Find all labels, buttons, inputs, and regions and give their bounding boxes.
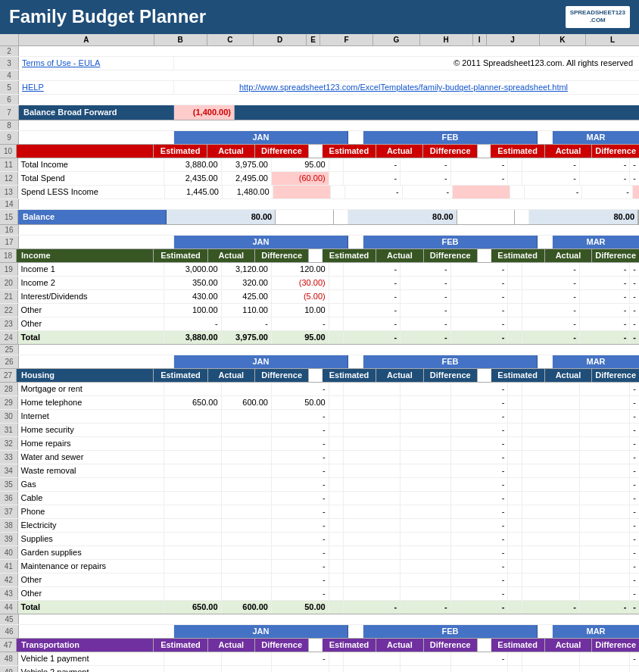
row-num-28: 28 xyxy=(0,383,18,395)
income-total-mar-est: - xyxy=(522,331,580,344)
transport-row-label: Vehicle 2 payment xyxy=(18,666,164,672)
housing-total-feb-est: - xyxy=(344,601,401,614)
row-18: 18 Income Estimated Actual Difference Es… xyxy=(0,249,639,263)
housing-row-act xyxy=(222,451,272,464)
row-num-47: 47 xyxy=(0,639,17,652)
row-num-34: 34 xyxy=(0,464,18,477)
row-num-33: 33 xyxy=(0,451,18,464)
housing-row-diff: - xyxy=(272,560,329,573)
row-39: 39 Supplies - - - xyxy=(0,533,639,546)
row-num-15: 15 xyxy=(0,210,18,224)
housing-rows: 28 Mortgage or rent - - - 29 Home teleph… xyxy=(0,383,639,601)
housing-row-act xyxy=(222,519,272,532)
row-num-16: 16 xyxy=(0,225,19,235)
row-11: 11 Total Income 3,880.00 3,975.00 95.00 … xyxy=(0,158,639,172)
fi-diff: - xyxy=(451,158,509,171)
feb-header: FEB xyxy=(363,131,538,144)
housing-row-est xyxy=(164,464,222,477)
housing-row-diff: - xyxy=(272,424,329,436)
income-row-est: - xyxy=(164,317,222,330)
income-row-diff: (30.00) xyxy=(272,277,329,289)
row-num-46: 46 xyxy=(0,625,19,638)
col-J: J xyxy=(487,34,540,45)
jan-header-transport: JAN xyxy=(174,625,348,638)
terms-link[interactable]: Terms of Use - EULA xyxy=(19,57,174,70)
housing-total-feb-act: - xyxy=(401,601,450,614)
housing-total-diff: 50.00 xyxy=(272,601,329,614)
spend-less-est: 1,445.00 xyxy=(165,186,223,198)
tra-feb-diff-hdr: Difference xyxy=(424,639,478,652)
row-13: 13 Spend LESS Income 1,445.00 1,480.00 -… xyxy=(0,186,639,199)
housing-section-label: Housing xyxy=(17,369,154,382)
housing-row-label: Home repairs xyxy=(18,437,164,450)
income-row-act: 3,120.00 xyxy=(222,263,272,276)
feb-diff-header: Difference xyxy=(423,145,477,158)
housing-row-diff: - xyxy=(272,492,329,505)
row-10: 10 Estimated Actual Difference Estimated… xyxy=(0,145,639,158)
mi-act: - xyxy=(580,158,630,171)
row-num-42: 42 xyxy=(0,574,18,586)
row-num-41: 41 xyxy=(0,560,18,573)
hou-mar-est-hdr: Estimated xyxy=(491,369,545,382)
row-num-24: 24 xyxy=(0,331,18,344)
housing-row-label: Waste removal xyxy=(18,464,164,477)
housing-row-est xyxy=(164,519,222,532)
housing-row-act xyxy=(222,560,272,573)
total-income-label: Total Income xyxy=(18,158,164,171)
income-row-label: Income 2 xyxy=(18,277,164,289)
row-num-20: 20 xyxy=(0,277,18,289)
housing-row-diff: - xyxy=(272,383,329,395)
url-link[interactable]: http://www.spreadsheet123.com/ExcelTempl… xyxy=(174,81,639,94)
income-row-label: Other xyxy=(18,304,164,317)
income-row-diff: 10.00 xyxy=(272,304,329,317)
housing-row-label: Water and sewer xyxy=(18,451,164,464)
housing-row-label: Home telephone xyxy=(18,396,164,409)
jan-diff-header: Difference xyxy=(255,145,309,158)
jan-header: JAN xyxy=(174,131,348,144)
help-link[interactable]: HELP xyxy=(19,81,174,94)
housing-row-act xyxy=(222,383,272,395)
total-spend-label: Total Spend xyxy=(18,172,164,185)
balance-jan: 80.00 xyxy=(167,210,276,224)
balance-forward-value: (1,400.00) xyxy=(174,105,235,120)
mar-diff-header: Difference xyxy=(592,145,639,158)
income-row-diff: (5.00) xyxy=(272,290,329,303)
housing-row-est xyxy=(164,424,222,436)
income-row-diff: 120.00 xyxy=(272,263,329,276)
income-total-label: Total xyxy=(18,331,164,344)
mar-header-housing: MAR xyxy=(553,355,639,368)
housing-row-act xyxy=(222,478,272,491)
housing-total-mar-est: - xyxy=(522,601,580,614)
app-title: Family Budget Planner xyxy=(9,6,206,27)
housing-total-mar-diff: - xyxy=(630,601,639,614)
feb-header-transport: FEB xyxy=(363,625,538,638)
inc-mar-est-hdr: Estimated xyxy=(491,249,545,262)
housing-row-label: Supplies xyxy=(18,533,164,545)
income-row-label: Income 1 xyxy=(18,263,164,276)
row-num-45: 45 xyxy=(0,614,19,624)
income-row-label: Interest/Dividends xyxy=(18,290,164,303)
housing-row-diff: - xyxy=(272,437,329,450)
total-spend-act: 2,495.00 xyxy=(222,172,272,185)
housing-row-est xyxy=(164,451,222,464)
row-32: 32 Home repairs - - - xyxy=(0,437,639,451)
income-total-est: 3,880.00 xyxy=(164,331,222,344)
row-num-37: 37 xyxy=(0,505,18,518)
housing-row-act xyxy=(222,464,272,477)
row-26: 26 JAN FEB MAR xyxy=(0,355,639,369)
housing-total-feb-diff: - xyxy=(451,601,509,614)
row-num-32: 32 xyxy=(0,437,18,450)
spend-less-diff xyxy=(273,186,331,198)
mi-est: - xyxy=(522,158,580,171)
housing-row-label: Cable xyxy=(18,492,164,505)
row-16: 16 xyxy=(0,225,639,236)
jan-header-housing: JAN xyxy=(174,355,348,368)
row-4-content xyxy=(19,70,639,80)
row-27: 27 Housing Estimated Actual Difference E… xyxy=(0,369,639,383)
row-31: 31 Home security - - - xyxy=(0,424,639,437)
spend-less-act: 1,480.00 xyxy=(223,186,273,198)
row-2-content xyxy=(19,46,639,56)
income-col-label xyxy=(17,145,154,158)
housing-row-diff: - xyxy=(272,478,329,491)
row-40: 40 Garden supplies - - - xyxy=(0,546,639,560)
